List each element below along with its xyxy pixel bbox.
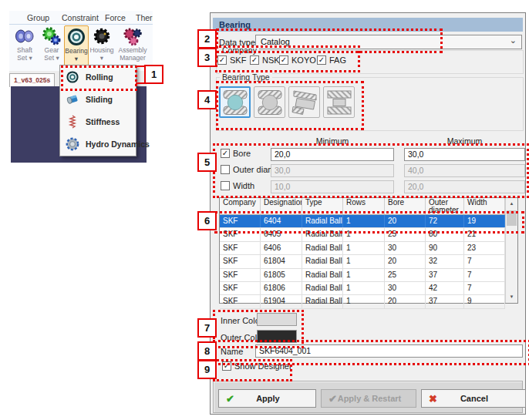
table-header-cell[interactable]: Width [464, 198, 505, 214]
bore-max-input[interactable]: 30,0 [404, 148, 525, 161]
table-cell: 7 [464, 269, 505, 281]
callout-box-1: 1 [144, 65, 163, 84]
menu-item-rolling[interactable]: Rolling [60, 66, 136, 88]
table-cell: SKF [220, 295, 261, 307]
nsk-checkbox[interactable] [250, 55, 259, 65]
table-row[interactable]: SKF61805Radial Ball125377 [220, 269, 505, 282]
bearing-type-button-tapered-roller[interactable] [288, 86, 320, 118]
scroll-thumb[interactable] [507, 210, 517, 226]
document-tab[interactable]: 1_v63_025s [9, 73, 55, 87]
table-header-cell[interactable]: Bore [385, 198, 426, 214]
bearing-type-button-cylindrical-roller[interactable] [323, 86, 355, 118]
table-row[interactable]: SKF61806Radial Ball130427 [220, 282, 505, 295]
table-row[interactable]: SKF6405Radial Ball1258021 [220, 228, 505, 241]
table-header-cell[interactable]: Company [220, 198, 261, 214]
table-header-cell[interactable]: Outer diameter [426, 198, 464, 214]
apply-restart-button-label: Apply & Restart [337, 394, 402, 403]
table-cell: Radial Ball [302, 282, 343, 294]
show-designer-checkbox[interactable] [222, 361, 231, 371]
skf-checkbox[interactable] [217, 55, 227, 65]
menu-item-sliding[interactable]: Sliding [60, 88, 136, 110]
outer-diameter-min-input[interactable]: 30,0 [271, 164, 394, 177]
scroll-down-icon[interactable]: ▼ [506, 291, 517, 303]
table-cell: 30 [385, 282, 426, 294]
menu-item-label: Rolling [86, 72, 113, 82]
table-cell: 6405 [261, 228, 302, 240]
bearing-type-button-deep-groove-ball[interactable] [219, 86, 251, 118]
table-scrollbar[interactable]: ▲ ▼ [505, 198, 517, 303]
ribbon-tab-group[interactable]: Group [27, 13, 49, 22]
ribbon-button-housing[interactable]: Housing▾ [89, 25, 114, 70]
width-checkbox[interactable] [221, 181, 230, 190]
ribbon-tab-constraint[interactable]: Constraint [62, 13, 99, 22]
table-cell: 61804 [261, 255, 302, 267]
ribbon-button-assembly-manager[interactable]: AssemblyManager [115, 25, 150, 70]
ribbon-tab-therm[interactable]: Therm [136, 13, 153, 22]
width-min-input[interactable]: 10,0 [271, 180, 394, 193]
ribbon-button-shaft-set[interactable]: ShaftSet ▾ [12, 25, 37, 70]
table-row[interactable]: SKF6404Radial Ball1207219 [220, 215, 505, 228]
company-option-skf[interactable]: SKF [217, 55, 246, 65]
name-input[interactable]: SKF6404_001 [255, 344, 523, 358]
table-row[interactable]: SKF61904Radial Ball120379 [220, 295, 505, 308]
company-option-fag[interactable]: FAG [317, 55, 346, 65]
table-cell: 1 [343, 242, 385, 254]
table-cell: 6404 [261, 215, 302, 227]
bore-filter-toggle[interactable]: Bore [221, 149, 251, 158]
cancel-button[interactable]: ✖ Cancel [421, 389, 526, 408]
table-cell: 25 [385, 228, 426, 240]
ribbon-button-label: Bearing▾ [65, 48, 88, 62]
width-filter-toggle[interactable]: Width [221, 181, 254, 190]
table-cell: 20 [385, 215, 426, 227]
table-header-cell[interactable]: Rows [343, 198, 385, 214]
table-cell: Radial Ball [302, 242, 343, 254]
width-max-input[interactable]: 20,0 [404, 180, 525, 193]
skf-label: SKF [230, 55, 246, 65]
bearing-type-group-label: Bearing Type [220, 72, 272, 82]
table-cell: 1 [343, 282, 385, 294]
ribbon-button-bearing[interactable]: Bearing▾ [64, 25, 89, 70]
apply-check-icon: ✔ [226, 394, 234, 404]
show-designer-toggle[interactable]: Show Designer [222, 361, 292, 371]
callout-box-7: 7 [197, 318, 217, 338]
apply-button[interactable]: ✔ Apply [218, 389, 316, 408]
ribbon-tab-force[interactable]: Force [105, 13, 126, 22]
width-label: Width [233, 181, 254, 190]
bore-min-input[interactable]: 20,0 [271, 148, 394, 161]
table-cell: Radial Ball [302, 255, 343, 267]
table-row[interactable]: SKF6406Radial Ball1309023 [220, 242, 505, 255]
company-option-koyo[interactable]: KOYO [279, 55, 316, 65]
table-cell: SKF [220, 215, 261, 227]
table-cell: 9 [464, 295, 505, 307]
bearing-type-button-self-aligning-ball[interactable] [254, 86, 285, 118]
table-header-cell[interactable]: Type [302, 198, 343, 214]
koyo-checkbox[interactable] [279, 55, 288, 65]
table-header-cell[interactable]: Designation [261, 198, 302, 214]
nsk-label: NSK [262, 55, 280, 65]
ribbon-tab-underline [9, 24, 153, 25]
company-option-nsk[interactable]: NSK [250, 55, 280, 65]
table-cell: 20 [385, 295, 426, 307]
data-type-combo[interactable]: Catalog ⌄ [255, 35, 522, 49]
fag-checkbox[interactable] [317, 55, 326, 65]
dialog-titlebar: Bearing [213, 18, 523, 32]
table-cell: SKF [220, 269, 261, 281]
callout-box-8: 8 [197, 341, 217, 361]
table-cell: 19 [464, 215, 505, 227]
outer-color-swatch[interactable] [257, 330, 297, 343]
scroll-up-icon[interactable]: ▲ [506, 198, 517, 210]
table-cell: 72 [426, 215, 464, 227]
ribbon-button-gear-set[interactable]: GearSet ▾ [39, 25, 64, 70]
table-row[interactable]: SKF61804Radial Ball120327 [220, 255, 505, 268]
outer-diameter-max-input[interactable]: 40,0 [404, 164, 525, 177]
inner-color-swatch[interactable] [257, 313, 297, 326]
menu-item-stiffness[interactable]: Stiffness [60, 110, 136, 133]
bore-checkbox[interactable] [221, 149, 230, 158]
table-cell: 42 [426, 282, 464, 294]
data-type-value: Catalog [261, 37, 290, 46]
menu-item-hydro-dynamics[interactable]: Hydro Dynamics [60, 133, 136, 156]
table-cell: 25 [385, 269, 426, 281]
outer-diameter-checkbox[interactable] [221, 165, 230, 174]
table-cell: 21 [464, 228, 505, 240]
ribbon-button-label: GearSet ▾ [39, 47, 64, 62]
